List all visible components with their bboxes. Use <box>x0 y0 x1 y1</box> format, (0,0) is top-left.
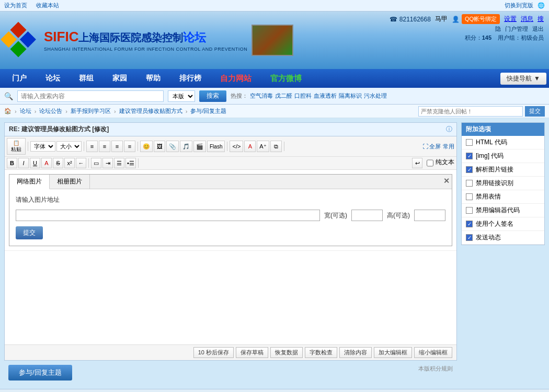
row2-sep-1 <box>88 158 89 168</box>
italic-button[interactable]: I <box>18 158 29 168</box>
search-input[interactable] <box>17 90 164 102</box>
font-family-select[interactable]: 字体 <box>30 141 55 152</box>
word-count-button[interactable]: 字数检查 <box>305 347 337 358</box>
hot-item-3[interactable]: 口腔科 <box>294 92 312 100</box>
logout-link[interactable]: 退出 <box>532 25 544 33</box>
nav-item-portal[interactable]: 门户 <box>3 69 36 88</box>
reply-submit-button[interactable]: 提交 <box>525 106 545 117</box>
attachment-button[interactable]: 📎 <box>166 141 179 152</box>
checkbox-img[interactable]: ✓ <box>466 153 473 159</box>
nav-item-forum[interactable]: 论坛 <box>36 69 70 88</box>
nav-item-zili[interactable]: 自力网站 <box>211 69 261 88</box>
autosave-button[interactable]: 10 秒后保存 <box>193 347 234 358</box>
image-url-input[interactable] <box>16 210 320 221</box>
video-button[interactable]: 🎬 <box>193 141 206 152</box>
superscript-button[interactable]: x² <box>64 158 75 168</box>
nav-item-help[interactable]: 帮助 <box>136 69 170 88</box>
hot-item-4[interactable]: 血液透析 <box>314 92 337 100</box>
flash-button[interactable]: Flash <box>207 141 225 152</box>
underline-button[interactable]: U <box>30 158 40 168</box>
color-button[interactable]: A <box>244 141 256 152</box>
image-height-input[interactable] <box>414 210 445 221</box>
checkbox-imglink[interactable]: ✓ <box>466 166 473 173</box>
reply-input[interactable] <box>418 106 523 117</box>
breadcrumb-newuser[interactable]: 新手报到学习区 <box>71 107 111 115</box>
breadcrumb-home[interactable]: 🏠 <box>4 108 12 114</box>
checkbox-signature[interactable]: ✓ <box>466 221 473 227</box>
plain-text-checkbox[interactable] <box>427 158 433 168</box>
font-size-select[interactable]: 大小 <box>56 141 82 152</box>
music-button[interactable]: 🎵 <box>180 141 192 152</box>
indent-button[interactable]: ⇥ <box>102 158 113 168</box>
insert-image-button[interactable]: 提交 <box>16 226 43 239</box>
hot-item-2[interactable]: 戊二醛 <box>275 92 292 100</box>
color-text-button[interactable]: A <box>41 158 52 168</box>
hot-item-1[interactable]: 空气消毒 <box>250 92 273 100</box>
paste-button[interactable]: 📋 粘贴 <box>7 138 26 155</box>
checkbox-activity[interactable]: ✓ <box>466 234 473 241</box>
checkbox-noeditor[interactable] <box>466 207 473 214</box>
search-link[interactable]: 搜 <box>537 15 544 24</box>
hide-link[interactable]: 隐 <box>495 25 501 33</box>
image-dialog: 网络图片 相册图片 ✕ 请输入图片地址 宽(可选) 高(可选) <box>9 174 452 246</box>
strikethrough-button[interactable]: S <box>53 158 63 168</box>
sidebar-option-3: 禁用链接识别 <box>462 177 544 190</box>
nav-item-weibo[interactable]: 官方微博 <box>261 69 311 88</box>
border-button[interactable]: ▭ <box>91 158 101 168</box>
hot-item-5[interactable]: 隔离标识 <box>339 92 362 100</box>
breadcrumb-topic[interactable]: 建议管理员修改贴图方式 <box>119 107 182 115</box>
shrink-editor-button[interactable]: 缩小编辑框 <box>414 347 452 358</box>
image-button[interactable]: 🖼 <box>154 141 165 152</box>
normal-mode-button[interactable]: 常用 <box>443 143 454 151</box>
list-button[interactable]: ☰ <box>114 158 124 168</box>
nav-item-rank[interactable]: 排行榜 <box>170 69 211 88</box>
nav-item-home[interactable]: 家园 <box>103 69 136 88</box>
score-rules-link[interactable]: 本版积分规则 <box>418 365 453 373</box>
checkbox-html[interactable] <box>466 139 473 146</box>
fullscreen-button[interactable]: ⛶ 全屏 <box>422 143 441 151</box>
checkbox-noemoji[interactable] <box>466 193 473 200</box>
bold-button[interactable]: B <box>7 158 17 168</box>
submit-reply-button[interactable]: 参与/回复主题 <box>8 365 72 381</box>
enlarge-editor-button[interactable]: 加大编辑框 <box>374 347 412 358</box>
checkbox-nolink[interactable] <box>466 180 473 187</box>
restore-button[interactable]: 恢复数据 <box>270 347 303 358</box>
align-center-button[interactable]: ≡ <box>99 141 110 152</box>
undo-button[interactable]: ↩ <box>412 158 422 168</box>
emoji-button[interactable]: 😊 <box>140 141 153 152</box>
portal-manage-link[interactable]: 门户管理 <box>505 25 528 33</box>
align-right-button[interactable]: ≡ <box>111 141 123 152</box>
option-label-4: 禁用表情 <box>476 192 501 201</box>
messages-link[interactable]: 消息 <box>521 15 533 24</box>
bullet-button[interactable]: •☰ <box>125 158 136 168</box>
switch-version-link[interactable]: 切换到宽版 <box>505 2 533 9</box>
align-left-button[interactable]: ≡ <box>86 141 98 152</box>
tab-network-image[interactable]: 网络图片 <box>9 175 50 189</box>
settings-link[interactable]: 设置 <box>504 15 517 24</box>
search-button[interactable]: 搜索 <box>199 90 226 102</box>
save-draft-button[interactable]: 保存草稿 <box>236 347 268 358</box>
copy-button[interactable]: ⧉ <box>270 141 282 152</box>
bookmark-link[interactable]: 收藏本站 <box>36 2 59 8</box>
set-home-link[interactable]: 设为首页 <box>4 2 27 8</box>
image-width-input[interactable] <box>351 210 383 221</box>
align-justify-button[interactable]: ≡ <box>124 141 135 152</box>
search-scope-select[interactable]: 本版 <box>168 90 195 102</box>
info-icon[interactable]: ⓘ <box>446 125 452 134</box>
sidebar-option-4: 禁用表情 <box>462 190 544 204</box>
clear-button[interactable]: 清除内容 <box>339 347 372 358</box>
right-buttons: ⛶ 全屏 常用 <box>422 143 454 151</box>
quick-nav-button[interactable]: 快捷导航 ▼ <box>500 73 546 85</box>
breadcrumb-reply[interactable]: 参与/回复主题 <box>190 107 226 115</box>
breadcrumb-announcement[interactable]: 论坛公告 <box>39 107 62 115</box>
large-text-button[interactable]: A⁺ <box>257 141 269 152</box>
qq-bind-button[interactable]: QQ帐号绑定 <box>462 14 500 24</box>
tab-album-image[interactable]: 相册图片 <box>50 175 90 189</box>
nav-item-groups[interactable]: 群组 <box>70 69 103 88</box>
editor-content-area[interactable] <box>5 250 456 344</box>
insert-left-button[interactable]: ← <box>76 158 86 168</box>
code-button[interactable]: </> <box>230 141 243 152</box>
hot-item-6[interactable]: 污水处理 <box>364 92 387 100</box>
dialog-close-button[interactable]: ✕ <box>443 177 450 185</box>
breadcrumb-forum[interactable]: 论坛 <box>20 107 31 115</box>
